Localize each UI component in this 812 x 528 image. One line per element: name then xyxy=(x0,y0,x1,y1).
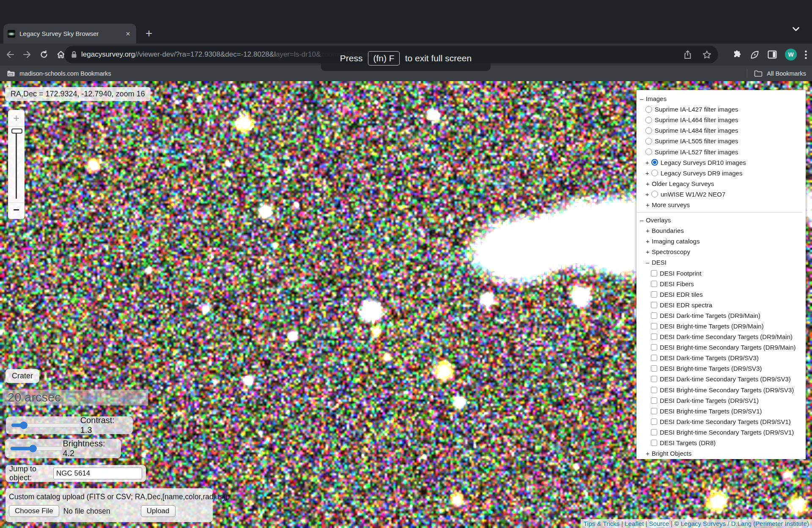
layer-option-desi-dark-time-targets-dr9-main[interactable]: DESI Dark-time Targets (DR9/Main) xyxy=(640,310,806,321)
layer-option-more-surveys[interactable]: +More surveys xyxy=(640,200,806,210)
zoom-in-button[interactable]: + xyxy=(8,110,25,127)
jump-to-object-input[interactable] xyxy=(53,468,142,479)
profile-avatar[interactable]: W xyxy=(785,49,797,60)
expand-icon[interactable]: + xyxy=(646,180,652,187)
layer-option-desi-footprint[interactable]: DESI Footprint xyxy=(640,268,806,279)
collapse-icon[interactable]: – xyxy=(640,95,646,102)
checkbox-unchecked[interactable] xyxy=(651,387,657,393)
layer-option-desi-edr-tiles[interactable]: DESI EDR tiles xyxy=(640,289,806,300)
home-icon[interactable] xyxy=(57,50,65,59)
zoom-slider[interactable] xyxy=(8,129,25,200)
zoom-slider-handle[interactable] xyxy=(11,129,22,134)
checkbox-unchecked[interactable] xyxy=(651,323,657,329)
checkbox-unchecked[interactable] xyxy=(651,429,657,435)
extensions-puzzle-icon[interactable] xyxy=(732,50,742,59)
radio-unchecked[interactable] xyxy=(645,148,652,155)
bookmarks-folder-item[interactable]: madison-schools.com Bookmarks xyxy=(7,70,111,77)
layer-option-bright-objects[interactable]: +Bright Objects xyxy=(640,448,806,459)
side-panel-icon[interactable] xyxy=(768,50,777,59)
radio-unchecked[interactable] xyxy=(645,117,652,123)
new-tab-button[interactable]: + xyxy=(142,25,156,41)
tab-close-icon[interactable]: × xyxy=(124,30,132,38)
brightness-slider[interactable] xyxy=(10,446,63,451)
layer-option-imaging-catalogs[interactable]: +Imaging catalogs xyxy=(640,236,806,246)
checkbox-unchecked[interactable] xyxy=(651,408,657,414)
sky-map[interactable]: RA,Dec = 172.9324, -12.7940, zoom 16 + −… xyxy=(0,81,812,528)
expand-icon[interactable]: + xyxy=(646,238,652,245)
layer-option-suprime-ia-l464-filter-images[interactable]: Suprime IA-L464 filter images xyxy=(640,115,806,125)
layer-option-desi-bright-time-secondary-targets-dr9-main[interactable]: DESI Bright-time Secondary Targets (DR9/… xyxy=(640,342,806,353)
layer-option-desi-dark-time-targets-dr9-sv3[interactable]: DESI Dark-time Targets (DR9/SV3) xyxy=(640,353,806,363)
checkbox-unchecked[interactable] xyxy=(651,312,657,319)
checkbox-unchecked[interactable] xyxy=(651,365,657,372)
attribution-link-source[interactable]: Source xyxy=(649,520,669,527)
layer-option-desi-dark-time-secondary-targets-dr9-sv1[interactable]: DESI Dark-time Secondary Targets (DR9/SV… xyxy=(640,416,806,427)
radio-unchecked[interactable] xyxy=(645,127,652,134)
checkbox-unchecked[interactable] xyxy=(651,302,657,308)
layer-option-legacy-surveys-dr9-images[interactable]: +Legacy Surveys DR9 images xyxy=(640,168,806,178)
layer-option-desi-dark-time-secondary-targets-dr9-sv3[interactable]: DESI Dark-time Secondary Targets (DR9/SV… xyxy=(640,374,806,384)
checkbox-unchecked[interactable] xyxy=(651,376,657,382)
zoom-out-button[interactable]: − xyxy=(8,203,25,219)
expand-icon[interactable]: + xyxy=(646,201,652,208)
layer-option-desi-bright-time-targets-dr9-sv3[interactable]: DESI Bright-time Targets (DR9/SV3) xyxy=(640,363,806,374)
radio-checked[interactable] xyxy=(651,159,658,166)
layer-option-older-legacy-surveys[interactable]: +Older Legacy Surveys xyxy=(640,178,806,189)
layer-option-desi-bright-time-targets-dr9-main[interactable]: DESI Bright-time Targets (DR9/Main) xyxy=(640,321,806,331)
layer-option-desi-targets-dr8[interactable]: DESI Targets (DR8) xyxy=(640,438,806,448)
layer-option-suprime-ia-l484-filter-images[interactable]: Suprime IA-L484 filter images xyxy=(640,125,806,136)
layer-option-desi-dark-time-targets-dr9-sv1[interactable]: DESI Dark-time Targets (DR9/SV1) xyxy=(640,395,806,406)
contrast-slider[interactable] xyxy=(11,423,80,427)
tab-legacy-survey[interactable]: Legacy Survey Sky Browser × xyxy=(3,24,136,44)
radio-unchecked[interactable] xyxy=(645,138,652,145)
upload-button[interactable]: Upload xyxy=(141,505,176,517)
attribution-link-tips-tricks[interactable]: Tips & Tricks xyxy=(584,520,620,527)
share-icon[interactable] xyxy=(684,50,691,59)
checkbox-unchecked[interactable] xyxy=(651,419,657,425)
layer-option-boundaries[interactable]: +Boundaries xyxy=(640,225,806,236)
layer-option-spectroscopy[interactable]: +Spectroscopy xyxy=(640,246,806,257)
contrast-slider-thumb[interactable] xyxy=(20,421,27,429)
battery-saver-leaf-icon[interactable] xyxy=(750,50,760,60)
layer-option-desi-bright-time-secondary-targets-dr9-sv1[interactable]: DESI Bright-time Secondary Targets (DR9/… xyxy=(640,427,806,438)
layer-option-suprime-ia-l527-filter-images[interactable]: Suprime IA-L527 filter images xyxy=(640,146,806,157)
back-icon[interactable] xyxy=(6,51,14,58)
attribution-link-legacy-surveys-d-lang-perimeter-institute[interactable]: © Legacy Surveys / D.Lang (Perimeter Ins… xyxy=(674,520,809,527)
checkbox-unchecked[interactable] xyxy=(651,334,657,340)
layer-option-desi-edr-spectra[interactable]: DESI EDR spectra xyxy=(640,300,806,310)
layer-option-legacy-surveys-dr10-images[interactable]: +Legacy Surveys DR10 images xyxy=(640,157,806,168)
layer-option-desi-bright-time-targets-dr9-sv1[interactable]: DESI Bright-time Targets (DR9/SV1) xyxy=(640,406,806,416)
section-images[interactable]: –Images xyxy=(640,93,806,104)
brightness-slider-thumb[interactable] xyxy=(29,445,37,452)
checkbox-unchecked[interactable] xyxy=(651,440,657,446)
zoom-slider-track[interactable] xyxy=(16,131,17,199)
expand-icon[interactable]: + xyxy=(645,170,651,177)
expand-icon[interactable]: + xyxy=(646,450,652,457)
collapse-icon[interactable]: – xyxy=(640,216,646,224)
radio-unchecked[interactable] xyxy=(645,106,652,113)
expand-icon[interactable]: + xyxy=(645,159,651,166)
attribution-link-leaflet[interactable]: Leaflet xyxy=(625,520,644,527)
layer-option-suprime-ia-l505-filter-images[interactable]: Suprime IA-L505 filter images xyxy=(640,136,806,146)
choose-file-button[interactable]: Choose File xyxy=(9,505,59,517)
radio-unchecked[interactable] xyxy=(651,170,658,176)
radio-unchecked[interactable] xyxy=(651,191,658,197)
layer-option-suprime-ia-l427-filter-images[interactable]: Suprime IA-L427 filter images xyxy=(640,104,806,115)
collapse-icon[interactable]: – xyxy=(646,259,652,266)
chevron-down-icon[interactable] xyxy=(793,27,799,31)
layer-option-unwise-w1-w2-neo7[interactable]: +unWISE W1/W2 NEO7 xyxy=(640,189,806,200)
checkbox-unchecked[interactable] xyxy=(651,397,657,404)
section-desi[interactable]: –DESI xyxy=(640,257,806,268)
layer-option-desi-dark-time-secondary-targets-dr9-main[interactable]: DESI Dark-time Secondary Targets (DR9/Ma… xyxy=(640,331,806,342)
expand-icon[interactable]: + xyxy=(646,227,652,234)
all-bookmarks-item[interactable]: All Bookmarks xyxy=(747,69,806,78)
checkbox-unchecked[interactable] xyxy=(651,291,657,298)
checkbox-unchecked[interactable] xyxy=(651,270,657,276)
checkbox-unchecked[interactable] xyxy=(651,281,657,287)
expand-icon[interactable]: + xyxy=(646,248,652,255)
checkbox-unchecked[interactable] xyxy=(651,355,657,361)
layer-option-desi-bright-time-secondary-targets-dr9-sv3[interactable]: DESI Bright-time Secondary Targets (DR9/… xyxy=(640,385,806,395)
kebab-menu-icon[interactable] xyxy=(805,50,807,59)
layer-option-desi-fibers[interactable]: DESI Fibers xyxy=(640,279,806,289)
checkbox-unchecked[interactable] xyxy=(651,344,657,350)
